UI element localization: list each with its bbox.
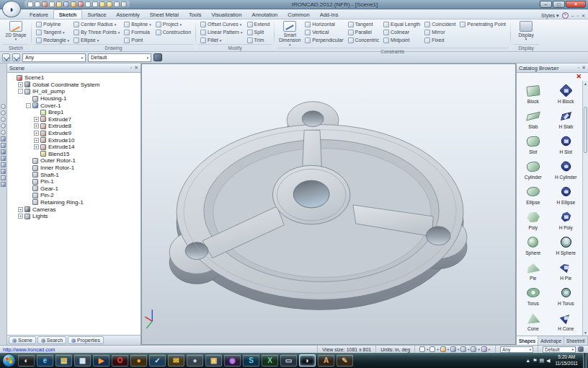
render-scene-icon[interactable] [121, 1, 127, 7]
catalog-scrollbar[interactable]: ▲ ▼ [582, 81, 588, 336]
catalog-item-poly[interactable]: Poly [517, 207, 550, 232]
close-icon[interactable]: ✕ [582, 65, 586, 71]
taskbar-photo-viewer[interactable]: ▭ [280, 354, 297, 367]
volume-icon[interactable]: ◀ [546, 358, 550, 363]
camera-view-icon[interactable] [460, 346, 466, 352]
catalog-item-sphere[interactable]: Sphere [517, 232, 550, 258]
taskbar-ironcad[interactable]: ◗ [299, 354, 316, 367]
fixed-button[interactable]: Fixed [422, 36, 458, 44]
ribbon-tab-surface[interactable]: Surface [82, 10, 111, 19]
tree-item-extrude14[interactable]: +Extrude14 [7, 144, 141, 151]
doc-close-button[interactable]: ✕ [582, 13, 585, 18]
tree-item-cover-1[interactable]: -Cover-1 [7, 102, 141, 109]
taskbar-password-app[interactable]: ● [187, 354, 203, 367]
tree-item-cameras[interactable]: +Cameras [7, 206, 141, 213]
view-tool-2[interactable] [1, 110, 6, 115]
catalog-tab-sheetmtl[interactable]: Sheetmtl [564, 336, 588, 345]
tree-item-extrude8[interactable]: +Extrude8 [7, 123, 141, 130]
ribbon-tab-sheet-metal[interactable]: Sheet Metal [145, 10, 184, 19]
network-status-icon[interactable]: ▤ [539, 358, 544, 363]
application-menu-button[interactable]: ◗ [2, 1, 21, 17]
tab-search[interactable]: Search [37, 336, 66, 344]
catalog-item-h-poly[interactable]: H Poly [550, 207, 583, 232]
maximize-button[interactable]: ▢ [553, 1, 565, 8]
camera-view-8[interactable] [1, 182, 6, 187]
catalog-item-torus[interactable]: Torus [517, 283, 550, 308]
statusbar-filter-select[interactable]: Any▾ [500, 346, 533, 353]
minimize-button[interactable]: ─ [540, 1, 552, 8]
style-select[interactable]: Default ▾ [88, 53, 151, 62]
tree-item-extrude9[interactable]: +Extrude9 [7, 130, 141, 137]
pin-icon[interactable]: ▫ [578, 65, 579, 71]
scene-settings-icon[interactable] [481, 346, 487, 352]
tree-item-blend15[interactable]: Blend15 [7, 151, 141, 158]
catalog-tab-shapes[interactable]: Shapes [517, 336, 538, 345]
ribbon-tab-sketch[interactable]: Sketch [53, 9, 83, 19]
tree-expander[interactable]: + [34, 131, 39, 136]
close-icon[interactable]: ✕ [134, 65, 138, 71]
display-button[interactable]: Display ▾ [513, 20, 539, 42]
taskbar-mail-app[interactable]: ✉ [168, 354, 184, 367]
concentric-button[interactable]: Concentric [346, 36, 381, 44]
scroll-down-icon[interactable]: ▼ [583, 330, 588, 335]
camera-view-1[interactable] [1, 136, 6, 141]
tree-item-pin-2[interactable]: Pin-2 [7, 192, 141, 199]
tree-item-extrude10[interactable]: +Extrude10 [7, 136, 141, 144]
catalog-item-slot[interactable]: Slot [517, 131, 550, 157]
tree-expander[interactable]: - [18, 89, 23, 94]
view-tool-5[interactable] [1, 130, 6, 135]
catalog-item-h-cylinder[interactable]: H Cylinder [550, 157, 583, 182]
taskbar-orange-app[interactable]: ● [130, 354, 147, 367]
tree-expander[interactable]: + [18, 207, 23, 212]
catalog-item-slab[interactable]: Slab [517, 106, 550, 131]
penetrating-point-button[interactable]: Penetrating Point [458, 20, 508, 28]
parallel-button[interactable]: Parallel [346, 28, 381, 36]
highlight-a-icon[interactable] [99, 1, 105, 7]
taskbar-opera-browser[interactable]: O [112, 354, 128, 367]
doc-restore-button[interactable]: ▫ [577, 14, 579, 18]
equal-length-button[interactable]: Equal Length [381, 20, 422, 28]
camera-view-6[interactable] [1, 169, 6, 174]
ribbon-tab-visualization[interactable]: Visualization [206, 10, 246, 19]
tree-expander[interactable]: + [34, 138, 39, 143]
vertical-button[interactable]: Vertical [303, 28, 345, 36]
render-mode-icon[interactable] [471, 346, 476, 352]
zoom-search-icon[interactable] [85, 1, 91, 7]
catalog-tab-advshape[interactable]: Advshape [538, 336, 564, 345]
assembly-mode-icon[interactable] [153, 53, 162, 61]
zoom-in-icon[interactable] [419, 346, 425, 352]
catalog-item-block[interactable]: Block [517, 81, 550, 106]
ribbon-tab-annotation[interactable]: Annotation [246, 10, 282, 19]
catalog-item-h-torus[interactable]: H Torus [550, 283, 583, 308]
by-three-points-button[interactable]: By Three Points▾ [71, 28, 122, 36]
horizontal-button[interactable]: Horizontal [303, 20, 345, 28]
tree-item-housing-1[interactable]: Housing-1 [7, 95, 141, 102]
show-desktop-button[interactable] [583, 353, 587, 368]
selection-filter-select[interactable]: Any ▾ [22, 53, 86, 62]
select-filter-icon[interactable] [12, 53, 20, 61]
help-icon[interactable]: ? [562, 12, 569, 19]
catalog-item-h-block[interactable]: H Block [550, 81, 583, 106]
taskbar-internet-explorer[interactable]: e [37, 354, 53, 367]
tree-item-retaining-ring-1[interactable]: Retaining Ring-1 [7, 199, 141, 206]
tangent-button[interactable]: Tangent [346, 20, 381, 28]
show-hidden-icons-icon[interactable]: ▲ [525, 358, 530, 363]
construction-button[interactable]: Construction [153, 28, 193, 36]
list-view-icon[interactable] [114, 1, 120, 7]
coincident-button[interactable]: Coincident [422, 20, 458, 28]
point-button[interactable]: Point [122, 36, 153, 44]
scroll-up-icon[interactable]: ▲ [583, 82, 588, 86]
tab-scene[interactable]: Scene [9, 336, 36, 344]
taskbar-clock[interactable]: 5:20 AM 11/15/2011 [553, 354, 580, 367]
taskbar-calculator[interactable]: ▦ [74, 354, 91, 367]
tree-expander[interactable]: + [34, 117, 39, 122]
tree-item-extrude7[interactable]: +Extrude7 [7, 116, 141, 123]
split-button[interactable]: Split [245, 28, 272, 36]
taskbar-sync-app[interactable]: ✓ [149, 354, 166, 367]
camera-view-5[interactable] [1, 162, 6, 167]
camera-view-4[interactable] [1, 156, 6, 161]
catalog-item-cylinder[interactable]: Cylinder [517, 157, 550, 182]
ellipse-button[interactable]: Ellipse▾ [71, 36, 122, 44]
extend-button[interactable]: Extend [245, 20, 272, 28]
tree-item-brep1[interactable]: Brep1 [7, 109, 141, 116]
